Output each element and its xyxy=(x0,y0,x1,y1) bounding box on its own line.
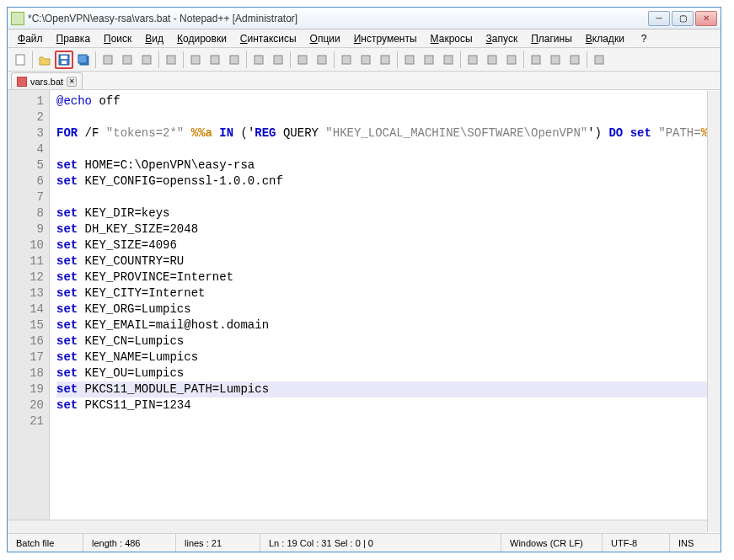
svg-rect-23 xyxy=(469,56,477,64)
open-button[interactable] xyxy=(35,51,54,69)
code-line[interactable] xyxy=(56,413,714,429)
toolbar xyxy=(8,48,721,72)
code-line[interactable]: set PKCS11_PIN=1234 xyxy=(56,397,714,413)
new-button[interactable] xyxy=(11,51,29,69)
main-window: *C:\OpenVPN\easy-rsa\vars.bat - Notepad+… xyxy=(7,7,721,552)
minimize-button[interactable]: ─ xyxy=(648,11,670,26)
stop-button[interactable] xyxy=(590,51,608,69)
code-line[interactable] xyxy=(56,141,714,157)
svg-rect-28 xyxy=(571,56,579,64)
print-button[interactable] xyxy=(137,51,156,69)
doc-list-button[interactable] xyxy=(502,51,521,69)
copy-icon xyxy=(189,53,202,67)
redo-icon xyxy=(252,53,265,67)
indent-button[interactable] xyxy=(420,51,438,69)
svg-rect-22 xyxy=(444,56,453,64)
editor[interactable]: 123456789101112131415161718192021 @echo … xyxy=(8,90,721,531)
menu-макросы[interactable]: Макросы xyxy=(424,31,480,46)
replace-button[interactable] xyxy=(293,51,312,69)
file-tab[interactable]: vars.bat ✕ xyxy=(11,72,83,89)
menu-плагины[interactable]: Плагины xyxy=(524,31,579,46)
save-all-button[interactable] xyxy=(74,51,93,69)
code-line[interactable]: set KEY_SIZE=4096 xyxy=(56,237,714,253)
code-line[interactable]: set KEY_ORG=Lumpics xyxy=(56,301,714,317)
code-line[interactable] xyxy=(56,189,714,205)
open-icon xyxy=(38,53,51,67)
svg-rect-6 xyxy=(104,56,112,64)
show-all-icon xyxy=(403,53,416,67)
indent-icon xyxy=(422,53,436,67)
code-line[interactable]: set KEY_CITY=Internet xyxy=(56,285,714,301)
save-button[interactable] xyxy=(55,51,73,69)
line-number: 15 xyxy=(8,317,44,333)
code-line[interactable]: set KEY_OU=Lumpics xyxy=(56,365,714,381)
menu-синтаксисы[interactable]: Синтаксисы xyxy=(233,31,303,46)
code-line[interactable]: @echo off xyxy=(56,93,714,109)
code-line[interactable]: set PKCS11_MODULE_PATH=Lumpics xyxy=(56,381,714,397)
code-area[interactable]: @echo offFOR /F "tokens=2*" %%a IN ('REG… xyxy=(50,90,721,531)
cut-button[interactable] xyxy=(162,51,180,69)
menu-инструменты[interactable]: Инструменты xyxy=(347,31,424,46)
svg-rect-27 xyxy=(551,56,560,64)
maximize-button[interactable]: ▢ xyxy=(672,11,694,26)
paste-button[interactable] xyxy=(206,51,224,69)
horizontal-scrollbar[interactable] xyxy=(8,520,707,533)
menu-опции[interactable]: Опции xyxy=(303,31,347,46)
show-all-button[interactable] xyxy=(400,51,419,69)
monitor-button[interactable] xyxy=(483,51,501,69)
sync-button[interactable] xyxy=(356,51,375,69)
cut-icon xyxy=(164,53,178,67)
close-button[interactable]: ✕ xyxy=(695,11,717,26)
svg-rect-20 xyxy=(405,56,414,64)
redo-button[interactable] xyxy=(249,51,268,69)
svg-rect-18 xyxy=(362,56,370,64)
code-line[interactable]: set KEY_CN=Lumpics xyxy=(56,333,714,349)
line-number: 16 xyxy=(8,333,44,349)
close-button[interactable] xyxy=(99,51,117,69)
menu-правка[interactable]: Правка xyxy=(50,31,98,46)
menu-файл[interactable]: Файл xyxy=(11,31,50,46)
svg-rect-12 xyxy=(230,56,238,64)
close-all-button[interactable] xyxy=(118,51,137,69)
code-line[interactable]: set KEY_DIR=keys xyxy=(56,205,714,221)
menu-кодировки[interactable]: Кодировки xyxy=(170,31,233,46)
code-line[interactable]: FOR /F "tokens=2*" %%a IN ('REG QUERY "H… xyxy=(56,125,714,141)
code-line[interactable]: set KEY_COUNTRY=RU xyxy=(56,253,714,269)
sync-icon xyxy=(359,53,372,67)
copy-button[interactable] xyxy=(186,51,205,69)
undo-button[interactable] xyxy=(225,51,244,69)
code-line[interactable]: set KEY_NAME=Lumpics xyxy=(56,349,714,365)
code-line[interactable]: set KEY_EMAIL=mail@host.domain xyxy=(56,317,714,333)
find-button[interactable] xyxy=(269,51,287,69)
menu-вкладки[interactable]: Вкладки xyxy=(579,31,631,46)
replace-icon xyxy=(296,53,309,67)
line-number: 13 xyxy=(8,285,44,301)
func-list-button[interactable] xyxy=(527,51,545,69)
code-line[interactable]: set DH_KEY_SIZE=2048 xyxy=(56,221,714,237)
svg-rect-24 xyxy=(488,56,496,64)
code-line[interactable]: set HOME=C:\OpenVPN\easy-rsa xyxy=(56,157,714,173)
code-line[interactable]: set KEY_CONFIG=openssl-1.0.0.cnf xyxy=(56,173,714,189)
vertical-scrollbar[interactable] xyxy=(707,91,721,532)
menu-вид[interactable]: Вид xyxy=(138,31,170,46)
folder-button[interactable] xyxy=(463,51,482,69)
new-icon xyxy=(13,53,27,67)
wrap-button[interactable] xyxy=(376,51,394,69)
zoom-out-button[interactable] xyxy=(337,51,356,69)
zoom-in-button[interactable] xyxy=(313,51,331,69)
svg-rect-7 xyxy=(123,56,131,64)
menu-поиск[interactable]: Поиск xyxy=(97,31,138,46)
menu-?[interactable]: ? xyxy=(635,31,654,46)
close-icon xyxy=(101,53,115,67)
statusbar: Batch file length : 486 lines : 21 Ln : … xyxy=(8,533,721,552)
record-button[interactable] xyxy=(546,51,565,69)
code-line[interactable]: set KEY_PROVINCE=Internet xyxy=(56,269,714,285)
file-modified-icon xyxy=(17,77,27,87)
svg-rect-8 xyxy=(142,56,151,64)
menu-запуск[interactable]: Запуск xyxy=(480,31,525,46)
lang-button[interactable] xyxy=(439,51,458,69)
tab-close-icon[interactable]: ✕ xyxy=(67,77,77,87)
app-icon xyxy=(11,12,24,25)
code-line[interactable] xyxy=(56,109,714,125)
play-button[interactable] xyxy=(565,51,584,69)
